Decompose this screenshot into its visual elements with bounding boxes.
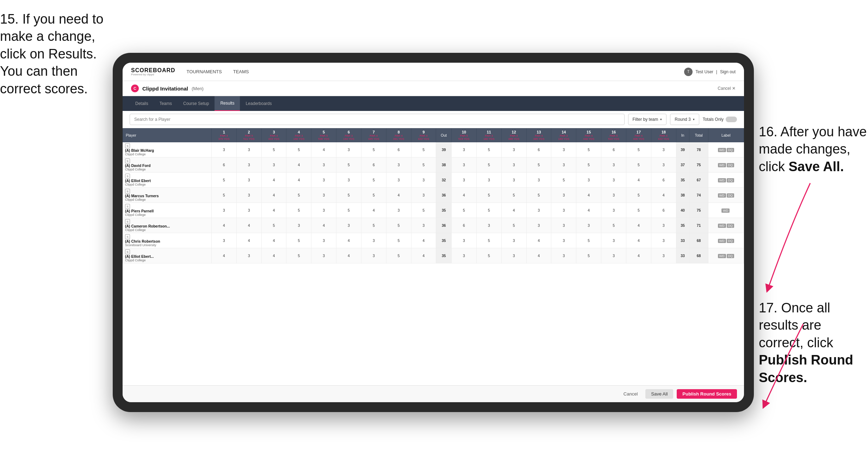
hole-9-score[interactable]: 4: [411, 233, 436, 248]
hole-12-score[interactable]: 4: [501, 203, 526, 218]
hole-7-score[interactable]: 5: [361, 218, 386, 233]
hole-16-score[interactable]: 3: [601, 188, 626, 203]
hole-18-score[interactable]: 3: [651, 233, 676, 248]
hole-13-score[interactable]: 3: [526, 203, 551, 218]
hole-5-score[interactable]: 3: [311, 203, 336, 218]
scores-table-container[interactable]: Player 1PAR 4370 YDS 2PAR 5511 YDS 3PAR …: [123, 128, 744, 385]
hole-11-score[interactable]: 5: [476, 142, 501, 157]
hole-12-score[interactable]: 5: [501, 218, 526, 233]
hole-15-score[interactable]: 5: [576, 142, 601, 157]
dq-label[interactable]: DQ: [727, 193, 734, 198]
hole-10-score[interactable]: 5: [452, 203, 477, 218]
hole-7-score[interactable]: 6: [361, 157, 386, 173]
hole-11-score[interactable]: 3: [476, 218, 501, 233]
tab-results[interactable]: Results: [215, 96, 240, 111]
hole-5-score[interactable]: 3: [311, 233, 336, 248]
hole-2-score[interactable]: 3: [236, 157, 261, 173]
hole-7-score[interactable]: 3: [361, 248, 386, 263]
hole-2-score[interactable]: 4: [236, 233, 261, 248]
dq-label[interactable]: DQ: [727, 254, 734, 258]
hole-10-score[interactable]: 3: [452, 142, 477, 157]
hole-2-score[interactable]: 4: [236, 218, 261, 233]
hole-3-score[interactable]: 3: [261, 157, 286, 173]
wd-label[interactable]: WD: [718, 239, 726, 243]
hole-2-score[interactable]: 3: [236, 173, 261, 188]
sign-out-link[interactable]: Sign out: [720, 69, 736, 74]
hole-15-score[interactable]: 4: [576, 203, 601, 218]
hole-14-score[interactable]: 5: [551, 173, 576, 188]
hole-7-score[interactable]: 5: [361, 173, 386, 188]
hole-10-score[interactable]: 3: [452, 173, 477, 188]
hole-14-score[interactable]: 3: [551, 218, 576, 233]
hole-16-score[interactable]: 3: [601, 173, 626, 188]
hole-11-score[interactable]: 3: [476, 173, 501, 188]
hole-8-score[interactable]: 3: [386, 157, 411, 173]
hole-14-score[interactable]: 3: [551, 188, 576, 203]
hole-9-score[interactable]: 4: [411, 248, 436, 263]
hole-6-score[interactable]: 5: [336, 203, 361, 218]
hole-12-score[interactable]: 3: [501, 248, 526, 263]
hole-17-score[interactable]: 4: [626, 218, 651, 233]
hole-4-score[interactable]: 4: [286, 157, 311, 173]
hole-3-score[interactable]: 4: [261, 233, 286, 248]
hole-8-score[interactable]: 4: [386, 188, 411, 203]
hole-13-score[interactable]: 4: [526, 248, 551, 263]
hole-9-score[interactable]: 5: [411, 203, 436, 218]
hole-12-score[interactable]: 3: [501, 233, 526, 248]
hole-11-score[interactable]: 5: [476, 157, 501, 173]
hole-5-score[interactable]: 4: [311, 218, 336, 233]
hole-4-score[interactable]: 4: [286, 173, 311, 188]
hole-16-score[interactable]: 3: [601, 203, 626, 218]
hole-1-score[interactable]: 4: [211, 248, 236, 263]
hole-17-score[interactable]: 5: [626, 157, 651, 173]
hole-8-score[interactable]: 3: [386, 173, 411, 188]
hole-18-score[interactable]: 3: [651, 142, 676, 157]
publish-round-scores-button[interactable]: Publish Round Scores: [677, 389, 737, 399]
hole-3-score[interactable]: 4: [261, 203, 286, 218]
hole-13-score[interactable]: 5: [526, 157, 551, 173]
hole-8-score[interactable]: 3: [386, 203, 411, 218]
hole-6-score[interactable]: 5: [336, 157, 361, 173]
hole-1-score[interactable]: 3: [211, 203, 236, 218]
hole-3-score[interactable]: 5: [261, 142, 286, 157]
hole-1-score[interactable]: 3: [211, 142, 236, 157]
dq-label[interactable]: DQ: [727, 224, 734, 228]
hole-2-score[interactable]: 3: [236, 188, 261, 203]
hole-17-score[interactable]: 5: [626, 188, 651, 203]
hole-12-score[interactable]: 3: [501, 173, 526, 188]
wd-label[interactable]: WD: [721, 208, 730, 213]
hole-13-score[interactable]: 3: [526, 218, 551, 233]
hole-7-score[interactable]: 3: [361, 233, 386, 248]
hole-4-score[interactable]: 5: [286, 248, 311, 263]
hole-3-score[interactable]: 4: [261, 173, 286, 188]
hole-8-score[interactable]: 6: [386, 142, 411, 157]
hole-18-score[interactable]: 6: [651, 173, 676, 188]
hole-4-score[interactable]: 5: [286, 142, 311, 157]
hole-15-score[interactable]: 5: [576, 233, 601, 248]
hole-15-score[interactable]: 5: [576, 157, 601, 173]
hole-7-score[interactable]: 5: [361, 188, 386, 203]
hole-18-score[interactable]: 3: [651, 218, 676, 233]
hole-15-score[interactable]: 3: [576, 218, 601, 233]
hole-16-score[interactable]: 6: [601, 142, 626, 157]
hole-7-score[interactable]: 5: [361, 142, 386, 157]
hole-9-score[interactable]: 3: [411, 218, 436, 233]
hole-16-score[interactable]: 3: [601, 157, 626, 173]
hole-17-score[interactable]: 5: [626, 203, 651, 218]
hole-2-score[interactable]: 3: [236, 248, 261, 263]
hole-17-score[interactable]: 5: [626, 142, 651, 157]
wd-label[interactable]: WD: [718, 254, 726, 258]
hole-14-score[interactable]: 3: [551, 233, 576, 248]
hole-5-score[interactable]: 3: [311, 157, 336, 173]
hole-18-score[interactable]: 6: [651, 203, 676, 218]
dq-label[interactable]: DQ: [727, 148, 734, 152]
hole-2-score[interactable]: 3: [236, 142, 261, 157]
hole-6-score[interactable]: 3: [336, 142, 361, 157]
hole-3-score[interactable]: 4: [261, 248, 286, 263]
hole-6-score[interactable]: 4: [336, 233, 361, 248]
hole-5-score[interactable]: 4: [311, 142, 336, 157]
cancel-x-button[interactable]: Cancel ✕: [718, 86, 736, 91]
hole-11-score[interactable]: 5: [476, 248, 501, 263]
hole-1-score[interactable]: 5: [211, 173, 236, 188]
hole-4-score[interactable]: 5: [286, 203, 311, 218]
